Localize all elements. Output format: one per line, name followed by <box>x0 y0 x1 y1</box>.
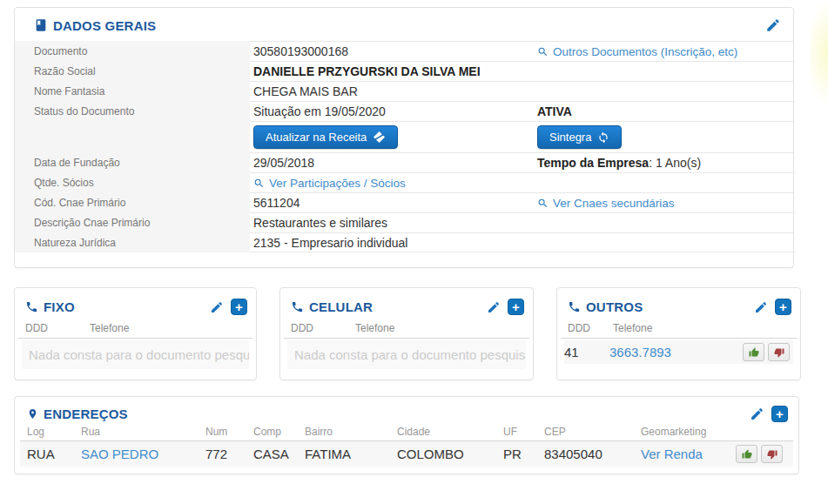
ver-cnaes-secundarias-link[interactable]: Ver Cnaes secundárias <box>537 197 675 210</box>
thumbs-up-button[interactable] <box>743 343 764 361</box>
row-razao-social: Razão Social DANIELLE PRZYGURSKI DA SILV… <box>15 61 793 81</box>
outros-documentos-label: Outros Documentos (Inscrição, etc) <box>553 45 737 58</box>
search-icon <box>537 46 549 57</box>
thumbs-down-button[interactable] <box>761 445 783 463</box>
bairro-header: Bairro <box>305 426 397 438</box>
uf-header: UF <box>503 426 544 438</box>
sync-icon <box>597 131 609 144</box>
telefone-header: Telefone <box>613 322 652 334</box>
dados-gerais-header: DADOS GERAIS <box>15 8 793 41</box>
edit-pencil-icon[interactable] <box>210 300 224 314</box>
cep-value: 83405040 <box>544 447 641 461</box>
edge-highlight-fragment <box>811 4 828 165</box>
row-action-buttons: Atualizar na Receita Sintegra <box>15 121 793 152</box>
celular-table-header: DDD Telefone <box>284 320 529 339</box>
row-data-fundacao: Data de Fundação 29/05/2018 Tempo da Emp… <box>15 152 793 172</box>
data-fundacao-value: 29/05/2018 <box>250 156 537 170</box>
edit-pencil-icon[interactable] <box>750 407 764 421</box>
ver-participacoes-label: Ver Participações / Sócios <box>269 177 406 190</box>
search-icon <box>537 198 549 209</box>
thumbs-down-button[interactable] <box>768 343 790 361</box>
outros-table-header: DDD Telefone <box>561 320 797 339</box>
comp-header: Comp <box>253 426 305 438</box>
num-header: Num <box>205 426 253 438</box>
ddd-header: DDD <box>568 322 613 334</box>
cnae-primario-value: 5611204 <box>250 196 537 210</box>
rua-header: Rua <box>81 426 205 438</box>
num-value: 772 <box>205 447 253 461</box>
comp-value: CASA <box>253 447 305 461</box>
fixo-title-text: FIXO <box>44 299 75 314</box>
field-label: Qtde. Sócios <box>15 172 250 192</box>
book-icon <box>34 18 48 32</box>
row-cnae-primario: Cód. Cnae Primário 5611204 Ver Cnaes sec… <box>15 192 793 212</box>
phone-icon <box>291 300 304 313</box>
enderecos-title: ENDEREÇOS <box>27 407 128 421</box>
field-label: Natureza Jurídica <box>15 232 250 252</box>
thumbs-up-icon <box>742 449 752 460</box>
fixo-table-header: DDD Telefone <box>18 320 252 339</box>
thumbs-up-button[interactable] <box>736 445 757 463</box>
fixo-panel: FIXO + DDD Telefone Nada consta para o d… <box>14 287 257 380</box>
edit-pencil-icon[interactable] <box>754 300 768 314</box>
row-natureza-juridica: Natureza Jurídica 2135 - Empresario indi… <box>15 232 793 252</box>
tempo-empresa-label: Tempo da Empresa <box>537 156 649 170</box>
row-status-documento: Status do Documento Situação em 19/05/20… <box>15 101 793 121</box>
receita-federal-icon <box>373 131 386 143</box>
atualizar-receita-button[interactable]: Atualizar na Receita <box>253 125 398 149</box>
enderecos-table-header: Log Rua Num Comp Bairro Cidade UF CEP Ge… <box>20 426 793 441</box>
outros-title-text: OUTROS <box>586 299 643 314</box>
ddd-header: DDD <box>25 322 90 334</box>
cidade-value: COLOMBO <box>397 447 503 461</box>
outros-phone-row: 41 3663.7893 <box>564 340 793 364</box>
row-descricao-cnae: Descrição Cnae Primário Restaurantes e s… <box>15 212 793 232</box>
rua-link[interactable]: SAO PEDRO <box>81 447 158 461</box>
add-phone-button[interactable]: + <box>231 299 247 315</box>
celular-title-text: CELULAR <box>309 299 373 314</box>
endereco-row: RUA SAO PEDRO 772 CASA FATIMA COLOMBO PR… <box>20 441 793 467</box>
field-label: Cód. Cnae Primário <box>15 192 250 212</box>
ver-participacoes-link[interactable]: Ver Participações / Sócios <box>253 177 406 190</box>
outros-panel: OUTROS + DDD Telefone 41 3663.7893 <box>556 287 801 380</box>
outros-title: OUTROS <box>568 299 643 314</box>
field-label: Descrição Cnae Primário <box>15 212 250 232</box>
geomarketing-header: Geomarketing <box>641 426 786 438</box>
descricao-cnae-value: Restaurantes e similares <box>250 216 537 230</box>
dados-gerais-panel: DADOS GERAIS Documento 30580193000168 Ou… <box>14 7 794 268</box>
row-documento: Documento 30580193000168 Outros Document… <box>15 41 793 61</box>
razao-social-value: DANIELLE PRZYGURSKI DA SILVA MEI <box>250 64 537 78</box>
documento-value: 30580193000168 <box>250 44 537 58</box>
log-value: RUA <box>27 447 81 461</box>
bairro-value: FATIMA <box>305 447 397 461</box>
add-phone-button[interactable]: + <box>775 299 791 315</box>
fixo-title: FIXO <box>25 299 75 314</box>
thumbs-down-icon <box>767 449 778 460</box>
edit-pencil-icon[interactable] <box>765 17 781 33</box>
field-label: Nome Fantasia <box>15 81 250 101</box>
ddd-header: DDD <box>291 322 355 334</box>
fixo-empty-state: Nada consta para o documento pesquisado <box>22 340 249 369</box>
nome-fantasia-value: CHEGA MAIS BAR <box>250 84 537 98</box>
ver-cnaes-secundarias-label: Ver Cnaes secundárias <box>553 197 675 210</box>
ver-renda-link[interactable]: Ver Renda <box>641 447 703 461</box>
outros-documentos-link[interactable]: Outros Documentos (Inscrição, etc) <box>537 45 737 58</box>
add-phone-button[interactable]: + <box>508 299 524 315</box>
ddd-value: 41 <box>564 345 609 360</box>
dados-gerais-title: DADOS GERAIS <box>34 18 156 33</box>
search-icon <box>253 178 265 189</box>
telefone-header: Telefone <box>355 322 394 334</box>
edit-pencil-icon[interactable] <box>487 300 501 314</box>
natureza-juridica-value: 2135 - Empresario individual <box>250 236 537 250</box>
thumbs-down-icon <box>774 347 784 358</box>
status-badge: ATIVA <box>537 104 793 118</box>
sintegra-button[interactable]: Sintegra <box>537 125 622 149</box>
cep-header: CEP <box>544 426 641 438</box>
sintegra-label: Sintegra <box>549 131 591 144</box>
uf-value: PR <box>503 447 544 461</box>
telefone-header: Telefone <box>90 322 129 334</box>
field-label: Documento <box>15 41 250 61</box>
field-label: Status do Documento <box>15 101 250 121</box>
celular-empty-state: Nada consta para o documento pesquisado <box>287 340 526 369</box>
telefone-link[interactable]: 3663.7893 <box>609 345 671 360</box>
add-address-button[interactable]: + <box>771 406 788 422</box>
